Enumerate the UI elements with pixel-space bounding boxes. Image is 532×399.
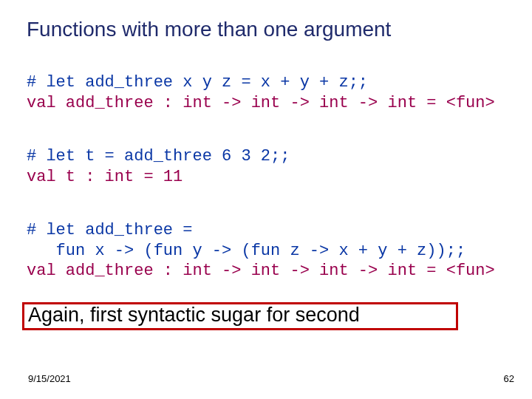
footer-page-number: 62 <box>504 373 514 384</box>
code-block-1: # let add_three x y z = x + y + z;; val … <box>27 72 495 113</box>
footer-date: 9/15/2021 <box>28 373 71 384</box>
slide-title: Functions with more than one argument <box>27 18 391 41</box>
code-block-3: # let add_three = fun x -> (fun y -> (fu… <box>27 220 495 282</box>
code-block-2: # let t = add_three 6 3 2;; val t : int … <box>27 146 290 187</box>
code-prompt-1: # let add_three x y z = x + y + z;; <box>27 73 368 92</box>
code-prompt-3b: fun x -> (fun y -> (fun z -> x + y + z))… <box>27 242 466 260</box>
code-response-1: val add_three : int -> int -> int -> int… <box>27 94 495 112</box>
code-response-2: val t : int = 11 <box>27 168 183 186</box>
code-prompt-3a: # let add_three = <box>27 221 192 239</box>
code-prompt-2: # let t = add_three 6 3 2;; <box>27 147 290 166</box>
callout-text: Again, first syntactic sugar for second <box>28 304 360 327</box>
code-response-3: val add_three : int -> int -> int -> int… <box>27 262 495 280</box>
